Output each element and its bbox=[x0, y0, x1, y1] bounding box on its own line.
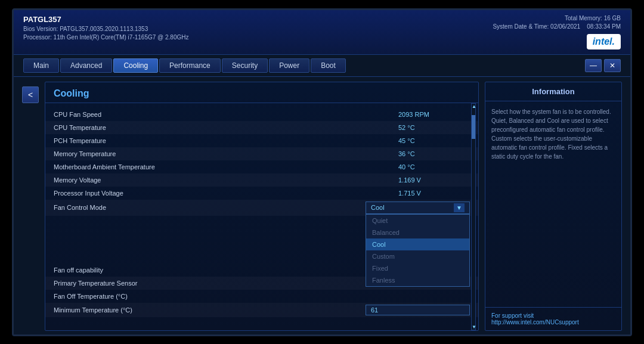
bios-version-info: Bios Version: PATGL357.0035.2020.1113.13… bbox=[23, 26, 188, 32]
dropdown-selected-value: Cool bbox=[371, 204, 385, 211]
panel-title: Cooling bbox=[45, 82, 478, 103]
bios-header: PATGL357 Bios Version: PATGL357.0035.202… bbox=[14, 10, 630, 55]
setting-row-pch-temp: PCH Temperature 45 °C bbox=[45, 134, 478, 147]
minimize-button[interactable]: — bbox=[585, 59, 602, 72]
main-content: < Cooling CPU Fan Speed 2093 RPM CPU Tem… bbox=[14, 77, 630, 336]
setting-row-min-temp: Minimum Temperature (°C) bbox=[45, 303, 478, 317]
nav-bar: Main Advanced Cooling Performance Securi… bbox=[14, 55, 630, 77]
tab-advanced[interactable]: Advanced bbox=[60, 58, 112, 73]
value-cpu-fan: 2093 RPM bbox=[398, 111, 470, 118]
panel-content: CPU Fan Speed 2093 RPM CPU Temperature 5… bbox=[45, 103, 478, 330]
close-button[interactable]: ✕ bbox=[604, 59, 621, 72]
dropdown-menu: Quiet Balanced Cool Custom Fixed Fanless bbox=[366, 214, 470, 287]
tab-main[interactable]: Main bbox=[23, 58, 59, 73]
back-button[interactable]: < bbox=[22, 86, 39, 103]
dropdown-item-fixed[interactable]: Fixed bbox=[366, 262, 469, 274]
value-proc-volt: 1.715 V bbox=[398, 190, 470, 197]
nav-controls: — ✕ bbox=[585, 59, 621, 72]
bios-model: PATGL357 bbox=[23, 15, 188, 24]
dropdown-arrow-icon: ▼ bbox=[454, 203, 465, 212]
bios-footer: F1 - Help ESC - Discard and Exit ↑↓ - Se… bbox=[14, 336, 630, 336]
value-mem-temp: 36 °C bbox=[398, 150, 470, 157]
support-label: For support visit bbox=[491, 312, 615, 319]
dropdown-item-cool[interactable]: Cool bbox=[366, 238, 469, 250]
setting-row-fan-mode: Fan Control Mode Cool ▼ Quiet Balanced C… bbox=[45, 200, 478, 216]
scroll-down-icon[interactable]: ▼ bbox=[472, 324, 475, 330]
label-fan-off-cap: Fan off capability bbox=[54, 266, 398, 274]
value-cpu-temp: 52 °C bbox=[398, 124, 470, 131]
info-title: Information bbox=[485, 82, 621, 101]
setting-row-fan-off-temp: Fan Off Temperature (°C) bbox=[45, 290, 478, 303]
monitor: PATGL357 Bios Version: PATGL357.0035.202… bbox=[12, 8, 632, 336]
scroll-thumb bbox=[472, 115, 475, 139]
fan-control-dropdown[interactable]: Cool ▼ Quiet Balanced Cool Custom Fixed … bbox=[366, 202, 470, 214]
header-left: PATGL357 Bios Version: PATGL357.0035.202… bbox=[23, 15, 188, 41]
value-mb-temp: 40 °C bbox=[398, 163, 470, 171]
setting-row-mem-volt: Memory Voltage 1.169 V bbox=[45, 173, 478, 187]
setting-row-mem-temp: Memory Temperature 36 °C bbox=[45, 147, 478, 160]
scroll-up-icon[interactable]: ▲ bbox=[472, 104, 475, 109]
tab-power[interactable]: Power bbox=[269, 58, 309, 73]
label-mem-temp: Memory Temperature bbox=[54, 150, 398, 157]
value-mem-volt: 1.169 V bbox=[398, 176, 470, 184]
dropdown-item-balanced[interactable]: Balanced bbox=[366, 227, 469, 238]
datetime-info: System Date & Time: 02/06/2021 08:33:34 … bbox=[493, 23, 621, 30]
label-min-temp: Minimum Temperature (°C) bbox=[54, 306, 366, 314]
settings-panel: Cooling CPU Fan Speed 2093 RPM CPU Tempe… bbox=[45, 82, 479, 331]
setting-row-proc-volt: Processor Input Voltage 1.715 V bbox=[45, 187, 478, 200]
processor-info: Processor: 11th Gen Intel(R) Core(TM) i7… bbox=[23, 34, 188, 41]
value-pch-temp: 45 °C bbox=[398, 137, 470, 144]
label-primary-sensor: Primary Temperature Sensor bbox=[54, 280, 398, 287]
label-fan-mode: Fan Control Mode bbox=[54, 204, 366, 211]
setting-row-cpu-temp: CPU Temperature 52 °C bbox=[45, 121, 478, 134]
dropdown-selected[interactable]: Cool ▼ bbox=[366, 202, 470, 214]
intel-logo: intel. bbox=[587, 34, 621, 49]
info-panel: Information Select how the system fan is… bbox=[485, 82, 622, 331]
label-cpu-fan: CPU Fan Speed bbox=[54, 111, 398, 118]
tab-performance[interactable]: Performance bbox=[159, 58, 221, 73]
setting-row-cpu-fan: CPU Fan Speed 2093 RPM bbox=[45, 108, 478, 121]
support-url[interactable]: http://www.intel.com/NUCsupport bbox=[491, 319, 615, 326]
dropdown-item-quiet[interactable]: Quiet bbox=[366, 215, 469, 227]
label-fan-off-temp: Fan Off Temperature (°C) bbox=[54, 293, 398, 300]
label-mem-volt: Memory Voltage bbox=[54, 176, 398, 184]
header-right: Total Memory: 16 GB System Date & Time: … bbox=[493, 15, 621, 49]
memory-info: Total Memory: 16 GB bbox=[565, 15, 621, 21]
scroll-indicator[interactable]: ▲ ▼ bbox=[471, 103, 476, 330]
label-proc-volt: Processor Input Voltage bbox=[54, 190, 398, 197]
dropdown-item-fanless[interactable]: Fanless bbox=[366, 274, 469, 286]
dropdown-item-custom[interactable]: Custom bbox=[366, 250, 469, 262]
label-cpu-temp: CPU Temperature bbox=[54, 124, 398, 131]
tab-cooling[interactable]: Cooling bbox=[113, 58, 158, 73]
tab-security[interactable]: Security bbox=[222, 58, 268, 73]
tab-boot[interactable]: Boot bbox=[311, 58, 346, 73]
setting-row-mb-temp: Motherboard Ambient Temperature 40 °C bbox=[45, 160, 478, 173]
label-pch-temp: PCH Temperature bbox=[54, 137, 398, 144]
min-temp-input[interactable] bbox=[366, 305, 470, 315]
info-text: Select how the system fan is to be contr… bbox=[485, 101, 621, 307]
sidebar: < bbox=[22, 82, 39, 331]
label-mb-temp: Motherboard Ambient Temperature bbox=[54, 163, 398, 171]
info-link: For support visit http://www.intel.com/N… bbox=[485, 307, 621, 330]
